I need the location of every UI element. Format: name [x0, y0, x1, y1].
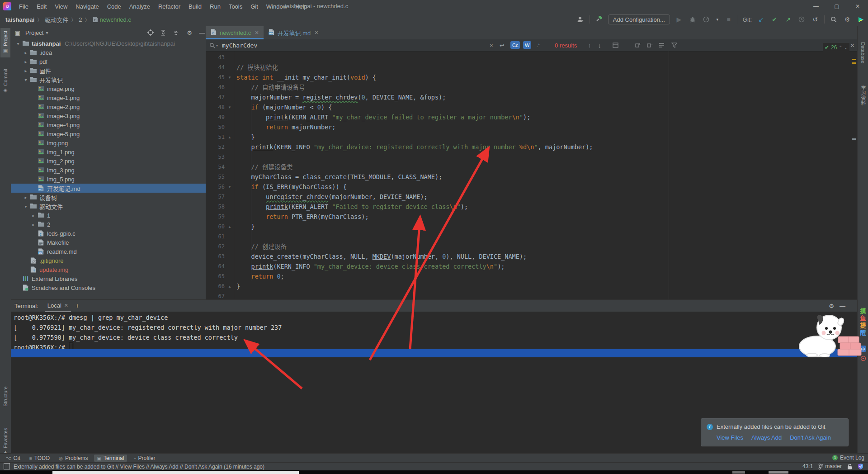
fold-marker-icon[interactable]: ▴ [226, 222, 233, 232]
chevron-collapsed-icon[interactable]: ▸ [30, 222, 37, 227]
git-push-icon[interactable]: ↗ [783, 15, 793, 24]
scrollbar-mark[interactable] [852, 59, 856, 60]
status-message[interactable]: Externally added files can be added to G… [14, 464, 264, 470]
find-query-input[interactable]: myCharCdev [222, 39, 257, 51]
code-line-44[interactable]: 44// 模块初始化 [206, 62, 857, 72]
tree-item-image-1.png[interactable]: image-1.png [11, 93, 206, 102]
close-icon[interactable]: ✕ [64, 303, 68, 308]
search-icon[interactable] [829, 15, 838, 24]
tree-item-Makefile[interactable]: Makefile [11, 238, 206, 247]
code-line-56[interactable]: 56▾ if (IS_ERR(myCharClass)) { [206, 182, 857, 192]
code-line-63[interactable]: 63 device_create(myCharClass, NULL, MKDE… [206, 251, 857, 261]
next-problem-icon[interactable]: ⌄ [844, 45, 848, 50]
tree-item-img_3.png[interactable]: img_3.png [11, 166, 206, 175]
breadcrumb-project[interactable]: taishanpai [5, 16, 34, 23]
words-toggle[interactable]: W [523, 41, 531, 49]
scrollbar-mark[interactable] [852, 62, 856, 64]
history-clock-icon[interactable] [797, 15, 806, 24]
tree-item-image-5.png[interactable]: image-5.png [11, 129, 206, 138]
code-line-62[interactable]: 62 // 创建设备 [206, 242, 857, 251]
shield-icon[interactable] [858, 463, 863, 469]
toolwindow-button-terminal[interactable]: ▣Terminal [94, 455, 127, 462]
view-files-link[interactable]: View Files [717, 434, 743, 441]
minimize-button[interactable]: — [806, 0, 826, 13]
tree-item-image.png[interactable]: image.png [11, 84, 206, 93]
tree-item-img_5.png[interactable]: img_5.png [11, 175, 206, 184]
breadcrumb-folder[interactable]: 驱动文件 [45, 15, 68, 24]
code-line-45[interactable]: 45▾static int __init my_char_init(void) … [206, 72, 857, 82]
tree-item-External Libraries[interactable]: External Libraries [11, 274, 206, 283]
code-line-60[interactable]: 60▴ } [206, 222, 857, 232]
fold-marker-icon[interactable]: ▾ [226, 182, 233, 192]
code-line-47[interactable]: 47 majorNumber = register_chrdev(0, DEVI… [206, 92, 857, 102]
menu-view[interactable]: View [51, 3, 71, 10]
toolwindow-button-profiler[interactable]: ◔Profiler [130, 455, 158, 462]
previous-occurrence-icon[interactable]: ↑ [588, 39, 591, 51]
tree-item-Scratches and Consoles[interactable]: Scratches and Consoles [11, 283, 206, 292]
code-line-57[interactable]: 57 unregister_chrdev(majorNumber, DEVICE… [206, 192, 857, 202]
tree-item-固件[interactable]: ▸固件 [11, 66, 206, 75]
code-line-43[interactable]: 43 [206, 52, 857, 62]
tree-item-驱动文件[interactable]: ▾驱动文件 [11, 202, 206, 211]
maximize-button[interactable]: ▢ [826, 0, 847, 13]
code-line-58[interactable]: 58 printk(KERN_ALERT "Failed to register… [206, 202, 857, 212]
tree-item-img.png[interactable]: img.png [11, 138, 206, 147]
code-line-54[interactable]: 54 // 创建设备类 [206, 162, 857, 172]
chevron-down-icon[interactable]: ▾ [715, 15, 720, 24]
expand-all-icon[interactable] [159, 28, 167, 37]
event-log-button[interactable]: 1 Event Log [832, 453, 864, 462]
code-line-50[interactable]: 50 return majorNumber; [206, 122, 857, 132]
code-line-66[interactable]: 66▴} [206, 281, 857, 291]
tree-item-开发笔记[interactable]: ▾开发笔记 [11, 75, 206, 84]
close-tab-icon[interactable]: ✕ [314, 30, 318, 36]
tool-stripe-notes[interactable]: 学习资料 [858, 83, 868, 108]
next-occurrence-icon[interactable]: ↓ [598, 39, 601, 51]
tree-item-readme.md[interactable]: MDreadme.md [11, 247, 206, 256]
git-commit-check-icon[interactable]: ✔ [770, 15, 779, 24]
code-line-52[interactable]: 52 printk(KERN_INFO "my_char_device: reg… [206, 142, 857, 152]
stop-icon[interactable]: ■ [724, 15, 733, 24]
fold-marker-icon[interactable]: ▴ [226, 132, 233, 142]
code-line-64[interactable]: 64 printk(KERN_INFO "my_char_device: dev… [206, 261, 857, 271]
add-configuration-button[interactable]: Add Configuration... [608, 14, 670, 24]
inspections-widget[interactable]: ✔ 26 ⌃ ⌄ [823, 43, 849, 52]
chevron-collapsed-icon[interactable]: ▸ [23, 68, 29, 73]
rollback-icon[interactable]: ↺ [811, 15, 820, 24]
code-line-67[interactable]: 67 [206, 291, 857, 299]
chevron-collapsed-icon[interactable]: ▸ [23, 59, 29, 64]
add-occurrence-icon[interactable] [635, 39, 641, 51]
code-line-49[interactable]: 49 printk(KERN_ALERT "my_char_device fai… [206, 112, 857, 122]
menu-tools[interactable]: Tools [225, 3, 246, 10]
collapse-all-icon[interactable] [172, 28, 180, 37]
menu-edit[interactable]: Edit [33, 3, 51, 10]
chevron-expanded-icon[interactable]: ▾ [23, 204, 29, 209]
project-view-selector[interactable]: Project [25, 29, 43, 36]
new-terminal-icon[interactable]: + [75, 302, 79, 309]
menu-git[interactable]: Git [246, 3, 262, 10]
breadcrumb-subfolder[interactable]: 2 [79, 16, 82, 23]
tree-item-img_2.png[interactable]: img_2.png [11, 156, 206, 166]
scrollbar-mark[interactable] [852, 138, 856, 140]
git-branch-widget[interactable]: master [818, 463, 842, 469]
tool-stripe-project[interactable]: Project▣ [0, 28, 10, 57]
tree-item-img_1.png[interactable]: img_1.png [11, 147, 206, 156]
tree-item-.gitignore[interactable]: .gitignore [11, 256, 206, 265]
tree-item-开发笔记.md[interactable]: MD开发笔记.md [11, 184, 206, 193]
close-button[interactable]: ✕ [847, 0, 868, 13]
user-account-icon[interactable] [576, 15, 585, 24]
tree-item-image-3.png[interactable]: image-3.png [11, 111, 206, 120]
menu-refactor[interactable]: Refactor [154, 3, 184, 10]
select-all-occurrences-icon[interactable] [659, 39, 665, 51]
menu-file[interactable]: File [15, 3, 33, 10]
tree-item-1[interactable]: ▸1 [11, 211, 206, 220]
debug-bug-icon[interactable] [688, 15, 697, 24]
tree-item-.idea[interactable]: ▸.idea [11, 48, 206, 57]
tool-stripe-database[interactable]: Database [858, 40, 868, 66]
close-tab-icon[interactable]: ✕ [255, 30, 259, 36]
chevron-collapsed-icon[interactable]: ▸ [30, 213, 37, 218]
open-in-find-window-icon[interactable] [613, 39, 618, 51]
hide-terminal-icon[interactable]: — [840, 303, 845, 309]
chevron-expanded-icon[interactable]: ▾ [15, 41, 21, 46]
prev-problem-icon[interactable]: ⌃ [839, 45, 842, 50]
tree-item-pdf[interactable]: ▸pdf [11, 57, 206, 66]
